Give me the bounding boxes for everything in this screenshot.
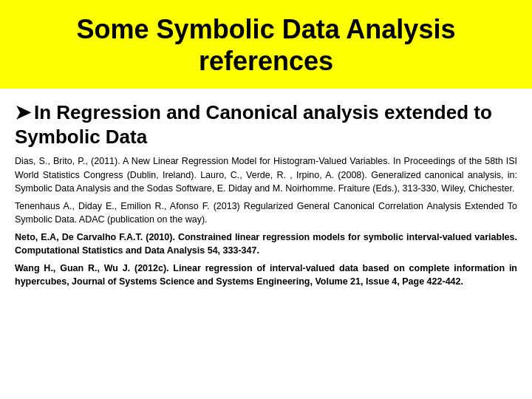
title-line1: Some Symbolic Data Analysis (77, 14, 456, 44)
ref-text-bold: Neto, E.A, De Carvalho F.A.T. (2010). Co… (15, 232, 517, 256)
ref-text-bold: Wang H., Guan R., Wu J. (2012c). Linear … (15, 263, 517, 287)
ref-text: Dias, S., Brito, P., (2011). A New Linea… (15, 156, 517, 193)
slide-header: Some Symbolic Data Analysis references (0, 0, 532, 89)
list-item: Wang H., Guan R., Wu J. (2012c). Linear … (15, 262, 517, 288)
title-line2: references (199, 46, 333, 76)
slide-content: In Regression and Canonical analysis ext… (0, 89, 532, 399)
list-item: Dias, S., Brito, P., (2011). A New Linea… (15, 154, 517, 194)
list-item: Tenenhaus A., Diday E., Emilion R., Afon… (15, 200, 517, 226)
ref-text: Tenenhaus A., Diday E., Emilion R., Afon… (15, 201, 517, 225)
references-block: Dias, S., Brito, P., (2011). A New Linea… (15, 154, 517, 288)
bullet-heading: In Regression and Canonical analysis ext… (15, 100, 517, 149)
slide-title: Some Symbolic Data Analysis references (15, 13, 517, 77)
slide-container: Some Symbolic Data Analysis references I… (0, 0, 532, 399)
list-item: Neto, E.A, De Carvalho F.A.T. (2010). Co… (15, 231, 517, 257)
